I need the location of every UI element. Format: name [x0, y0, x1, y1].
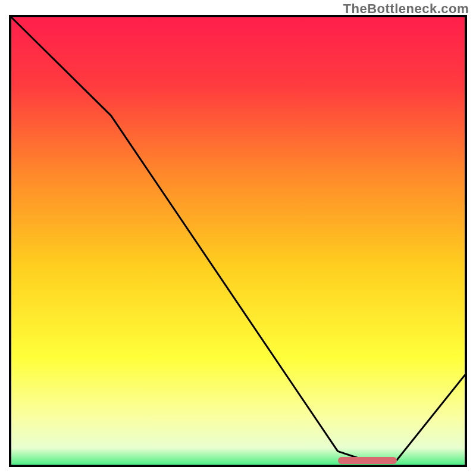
chart-highlight-marker [338, 457, 397, 464]
chart-container: TheBottleneck.com [0, 0, 476, 476]
chart-series-line [11, 17, 465, 460]
chart-plot-area [9, 15, 467, 467]
chart-line-layer [11, 17, 465, 465]
